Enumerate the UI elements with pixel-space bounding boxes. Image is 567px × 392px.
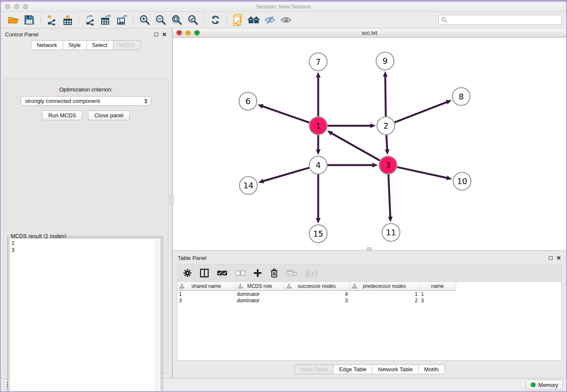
- table-tabs: Node Table Edge Table Network Table Moti…: [173, 361, 566, 378]
- graph-edge-arrowhead: [370, 124, 376, 128]
- window-title: Session: New Session: [1, 2, 566, 12]
- new-network-from-file-button[interactable]: [231, 14, 245, 26]
- table-cell[interactable]: 3: [177, 297, 235, 304]
- column-header-predecessor-nodes[interactable]: predecessor nodes: [350, 282, 419, 290]
- show-columns-button[interactable]: [200, 268, 209, 278]
- export-table-button[interactable]: [99, 14, 113, 26]
- tab-network[interactable]: Network: [31, 40, 63, 50]
- memory-status-icon: [531, 382, 536, 387]
- maximize-view-button[interactable]: +: [194, 30, 200, 36]
- mcds-pane: Optimization criterion: strongly connect…: [3, 78, 168, 374]
- run-mcds-button[interactable]: Run MCDS: [42, 110, 83, 120]
- table-cell[interactable]: 1: [350, 290, 419, 297]
- export-network-button[interactable]: [83, 14, 97, 26]
- table-cell[interactable]: dominator: [235, 297, 284, 304]
- graph-edge-4-14[interactable]: [262, 168, 309, 181]
- hide-details-button[interactable]: [263, 14, 277, 26]
- zoom-out-icon: [155, 14, 166, 25]
- delete-table-button[interactable]: [286, 270, 297, 276]
- minimize-window-button[interactable]: [14, 4, 19, 9]
- column-header-name[interactable]: name: [419, 282, 456, 290]
- splitter-handle[interactable]: [170, 194, 173, 205]
- table-row[interactable]: 1dominator411: [177, 290, 456, 297]
- refresh-button[interactable]: [209, 14, 222, 26]
- save-session-button[interactable]: [22, 14, 36, 26]
- tab-motifs[interactable]: Motifs: [418, 364, 445, 374]
- graph-edge-1-6[interactable]: [261, 106, 309, 123]
- splitter-handle[interactable]: [367, 247, 372, 250]
- graph-edge-2-8[interactable]: [395, 102, 448, 122]
- zoom-selected-button[interactable]: [186, 14, 200, 26]
- table-row[interactable]: 3dominator323: [177, 297, 456, 304]
- delete-column-button[interactable]: [270, 268, 278, 278]
- table-cell[interactable]: 1: [177, 290, 235, 297]
- table-cell[interactable]: 3: [419, 297, 456, 304]
- memory-button[interactable]: Memory: [526, 380, 563, 390]
- network-canvas[interactable]: 1234678910111415: [173, 38, 566, 250]
- apply-function-button[interactable]: f(x): [306, 268, 317, 278]
- tab-network-table[interactable]: Network Table: [372, 364, 418, 374]
- table-cell[interactable]: dominator: [235, 290, 284, 297]
- tab-node-table[interactable]: Node Table: [294, 364, 334, 374]
- float-panel-icon[interactable]: [549, 256, 553, 260]
- column-header-shared-name[interactable]: shared name: [177, 282, 235, 290]
- graph-edge-2-9[interactable]: [385, 75, 385, 116]
- node-table: shared nameMCDS rolesuccessor nodesprede…: [177, 282, 562, 361]
- graph-edge-3-11[interactable]: [388, 174, 391, 218]
- import-network-button[interactable]: [45, 14, 58, 26]
- float-panel-icon[interactable]: [154, 33, 158, 36]
- close-view-button[interactable]: ✕: [176, 30, 182, 36]
- zoom-in-button[interactable]: [138, 14, 151, 26]
- mcds-result-text[interactable]: 1 3: [9, 238, 161, 391]
- graph-node-label: 6: [245, 97, 250, 106]
- table-cell[interactable]: 1: [419, 290, 456, 297]
- graph-node-label: 7: [316, 57, 321, 66]
- graph-node-label: 8: [459, 92, 464, 101]
- graph-edge-arrowhead: [316, 72, 321, 77]
- zoom-fit-button[interactable]: [170, 14, 184, 26]
- scrollbar[interactable]: [155, 239, 160, 391]
- import-table-button[interactable]: [61, 14, 74, 26]
- select-all-button[interactable]: [217, 271, 227, 276]
- table-cell[interactable]: 3: [284, 297, 350, 304]
- zoom-window-button[interactable]: [23, 4, 28, 9]
- graph-edge-2-3[interactable]: [386, 135, 387, 151]
- open-session-button[interactable]: [6, 14, 20, 26]
- table-cell[interactable]: 4: [284, 290, 350, 297]
- export-image-button[interactable]: [116, 14, 129, 26]
- minimize-view-button[interactable]: −: [185, 30, 191, 36]
- tab-select[interactable]: Select: [86, 40, 113, 50]
- close-panel-button[interactable]: Close panel: [88, 110, 130, 120]
- table-cell[interactable]: 2: [350, 297, 419, 304]
- save-icon: [24, 15, 34, 25]
- graph-edge-arrowhead: [316, 218, 321, 224]
- graph-edge-arrowhead: [446, 176, 452, 180]
- graph-node-label: 3: [385, 160, 391, 170]
- zoom-out-button[interactable]: [154, 14, 168, 26]
- close-window-button[interactable]: [5, 4, 11, 9]
- graph-edge-3-1[interactable]: [331, 133, 380, 161]
- check-all-icon: [217, 271, 227, 276]
- graph-edge-3-10[interactable]: [397, 167, 448, 178]
- create-column-button[interactable]: [253, 269, 262, 277]
- table-options-button[interactable]: [183, 269, 192, 277]
- tab-mcds[interactable]: MCDS: [113, 40, 141, 50]
- show-details-button[interactable]: [279, 14, 293, 26]
- graph-node-label: 1: [316, 121, 321, 130]
- close-panel-icon[interactable]: ✕: [162, 33, 167, 36]
- zoom-fit-icon: [171, 14, 182, 25]
- optimization-criterion-select[interactable]: strongly connected component: [21, 96, 151, 106]
- graph-node-label: 2: [383, 121, 388, 130]
- column-header-successor-nodes[interactable]: successor nodes: [284, 282, 350, 290]
- close-panel-icon[interactable]: ✕: [556, 256, 561, 260]
- column-header-MCDS-role[interactable]: MCDS role: [235, 282, 284, 290]
- home-button[interactable]: [247, 14, 261, 26]
- graph-edge-arrowhead: [385, 149, 390, 155]
- unselect-all-button[interactable]: [235, 271, 245, 276]
- graph-edge-arrowhead: [316, 149, 321, 155]
- export-image-icon: [117, 14, 128, 25]
- graph-edge-arrowhead: [372, 163, 378, 168]
- tab-edge-table[interactable]: Edge Table: [333, 364, 372, 374]
- tab-style[interactable]: Style: [63, 40, 87, 50]
- search-input[interactable]: [438, 15, 562, 25]
